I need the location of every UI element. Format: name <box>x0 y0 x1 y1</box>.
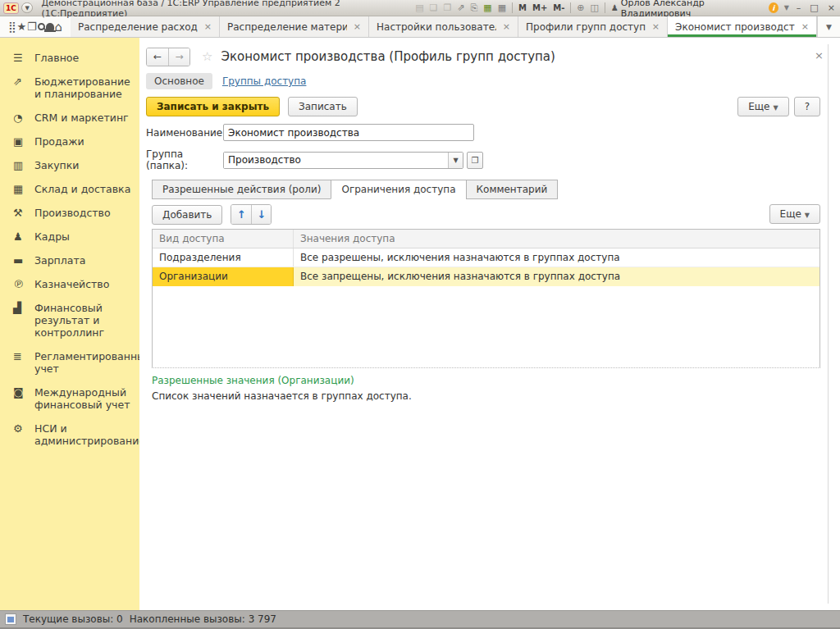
sidebar-item-label: Казначейство <box>34 278 109 290</box>
allowed-values-heading: Разрешенные значения (Организации) <box>152 375 840 386</box>
table-more-label: Еще <box>780 208 801 220</box>
group-field[interactable] <box>224 153 448 168</box>
accumulated-calls: Накопленные вызовы: 3 797 <box>130 613 276 625</box>
access-restrictions-table: Вид доступа Значения доступа Подразделен… <box>152 229 820 368</box>
split-view-icon[interactable]: ◫ <box>591 2 599 14</box>
send-icon[interactable]: ⇗ <box>457 2 464 14</box>
sidebar-item-warehouse[interactable]: ▦ Склад и доставка <box>0 177 139 201</box>
warehouse-icon: ▦ <box>13 183 34 195</box>
cell-access-value[interactable]: Все запрещены, исключения назначаются в … <box>294 267 819 286</box>
add-button[interactable]: Добавить <box>152 205 222 225</box>
sidebar-item-regulated[interactable]: ≣ Регламентированный учет <box>0 344 139 381</box>
sidebar-item-production[interactable]: ⚒ Производство <box>0 201 139 225</box>
combo-dropdown-icon[interactable]: ▼ <box>448 153 463 168</box>
tab-nastroyki-polzovateley[interactable]: Настройки пользователей и прав × <box>369 16 518 37</box>
tab-label: Настройки пользователей и прав <box>377 21 496 33</box>
main-menu-icon[interactable]: ⣿ <box>8 21 16 33</box>
tabs-overflow-button[interactable]: ▼ <box>817 16 840 37</box>
favorites-icon[interactable]: ★ <box>16 21 26 33</box>
tab-close-icon[interactable]: × <box>503 21 510 32</box>
minimize-button[interactable]: – <box>795 2 803 13</box>
table-row[interactable]: Подразделения Все разрешены, исключения … <box>153 248 819 267</box>
user-icon: ♟ <box>611 3 619 12</box>
tab-profili-grupp-dostupa[interactable]: Профили групп доступа × <box>518 16 668 37</box>
sidebar-item-treasury[interactable]: ℗ Казначейство <box>0 272 139 296</box>
production-icon: ⚒ <box>13 207 34 219</box>
sidebar-item-nsi-admin[interactable]: ⚙ НСИ и администрирование <box>0 417 139 453</box>
save-button[interactable]: Записать <box>288 97 358 116</box>
info-icon[interactable]: i <box>769 2 778 13</box>
move-up-icon[interactable]: ↑ <box>231 205 251 224</box>
form-close-icon[interactable]: × <box>815 49 824 62</box>
table-more-button[interactable]: Еще▼ <box>769 204 820 224</box>
calendar-icon[interactable]: ▦ <box>498 2 506 14</box>
salary-icon: ▬ <box>13 254 34 267</box>
main-section-icon: ☰ <box>13 52 34 64</box>
app-logo-icon: 1С <box>3 2 19 14</box>
close-button[interactable]: × <box>826 2 837 13</box>
back-button[interactable]: ← <box>147 48 168 66</box>
name-field[interactable] <box>223 124 474 141</box>
sidebar-item-salary[interactable]: ▬ Зарплата <box>0 248 139 272</box>
favorite-star-icon[interactable]: ☆ <box>202 49 212 64</box>
tab-allowed-actions[interactable]: Разрешенные действия (роли) <box>152 180 331 199</box>
tab-close-icon[interactable]: × <box>354 21 361 32</box>
maximize-button[interactable]: □ <box>808 2 819 13</box>
memory-button[interactable]: M <box>518 3 527 12</box>
save-and-close-button[interactable]: Записать и закрыть <box>146 97 280 116</box>
nav-tab-main[interactable]: Основное <box>146 73 212 89</box>
search-icon[interactable] <box>38 23 45 30</box>
history-icon[interactable]: ❐ <box>27 21 37 33</box>
cell-access-kind[interactable]: Подразделения <box>153 248 294 267</box>
forward-button[interactable]: → <box>168 48 189 66</box>
cell-access-value[interactable]: Все разрешены, исключения назначаются в … <box>294 248 819 267</box>
sidebar-item-sales[interactable]: ▣ Продажи <box>0 130 139 153</box>
sidebar-item-finresult[interactable]: ▟ Финансовый результат и контроллинг <box>0 296 139 344</box>
sidebar-item-purchases[interactable]: ▥ Закупки <box>0 153 139 177</box>
nav-link-access-groups[interactable]: Группы доступа <box>222 75 307 87</box>
tab-raspredelenie-materialov[interactable]: Распределение материалов и ... × <box>220 16 369 37</box>
print-preview-icon: ❐ <box>443 2 451 14</box>
open-group-button[interactable]: ❐ <box>467 152 483 169</box>
memory-minus-button[interactable]: M- <box>553 3 564 12</box>
tab-close-icon[interactable]: × <box>801 21 809 32</box>
sidebar-item-hr[interactable]: ♟ Кадры <box>0 225 139 248</box>
home-icon[interactable]: ⌂ <box>54 21 62 33</box>
more-button[interactable]: Еще▼ <box>737 97 788 116</box>
titlebar-divider <box>570 2 571 13</box>
tab-label: Профили групп доступа <box>526 21 646 33</box>
column-header-access-kind[interactable]: Вид доступа <box>153 230 294 248</box>
print-icon: ❏ <box>430 2 438 14</box>
help-button[interactable]: ? <box>794 97 820 116</box>
sidebar-item-label: Продажи <box>34 135 84 148</box>
titlebar-divider <box>605 2 605 13</box>
tab-ekonomist-proizvodstva[interactable]: Экономист производства (Про... × <box>668 16 817 37</box>
column-header-access-values[interactable]: Значения доступа <box>294 230 819 248</box>
history-navigation: ← → <box>146 48 190 66</box>
titlebar-more-icon[interactable]: ▼ <box>784 2 789 14</box>
server-calls-icon[interactable] <box>5 613 16 625</box>
system-menu-button[interactable]: ▼ <box>21 2 34 13</box>
zoom-icon[interactable]: ⊕ <box>577 2 584 14</box>
sidebar-item-label: Бюджетирование и планирование <box>34 75 135 100</box>
move-down-icon[interactable]: ↓ <box>251 205 271 224</box>
sidebar-item-label: Международный финансовый учет <box>34 386 135 411</box>
tab-access-restrictions[interactable]: Ограничения доступа <box>331 180 465 199</box>
attachments-icon[interactable]: ⎘ <box>471 2 478 14</box>
sidebar-item-ifrs[interactable]: ◙ Международный финансовый учет <box>0 381 139 417</box>
tab-close-icon[interactable]: × <box>204 21 212 32</box>
tab-close-icon[interactable]: × <box>652 21 660 32</box>
notifications-icon[interactable] <box>46 23 54 30</box>
table-row-selected[interactable]: Организации Все запрещены, исключения на… <box>153 267 819 286</box>
memory-plus-button[interactable]: M+ <box>532 3 547 12</box>
hr-icon: ♟ <box>13 230 34 243</box>
calculator-icon[interactable]: ▦ <box>483 2 491 14</box>
cell-access-kind[interactable]: Организации <box>153 267 294 286</box>
tab-raspredelenie-rashodov[interactable]: Распределение расходов на с... × <box>71 16 220 37</box>
sidebar-item-crm[interactable]: ◔ CRM и маркетинг <box>0 106 139 130</box>
sidebar-item-glavnoe[interactable]: ☰ Главное <box>0 46 139 70</box>
current-calls-value: 0 <box>116 613 123 625</box>
tab-comment[interactable]: Комментарий <box>466 180 559 199</box>
group-combobox[interactable]: ▼ <box>223 152 463 169</box>
sidebar-item-budgeting[interactable]: ⇗ Бюджетирование и планирование <box>0 70 139 106</box>
